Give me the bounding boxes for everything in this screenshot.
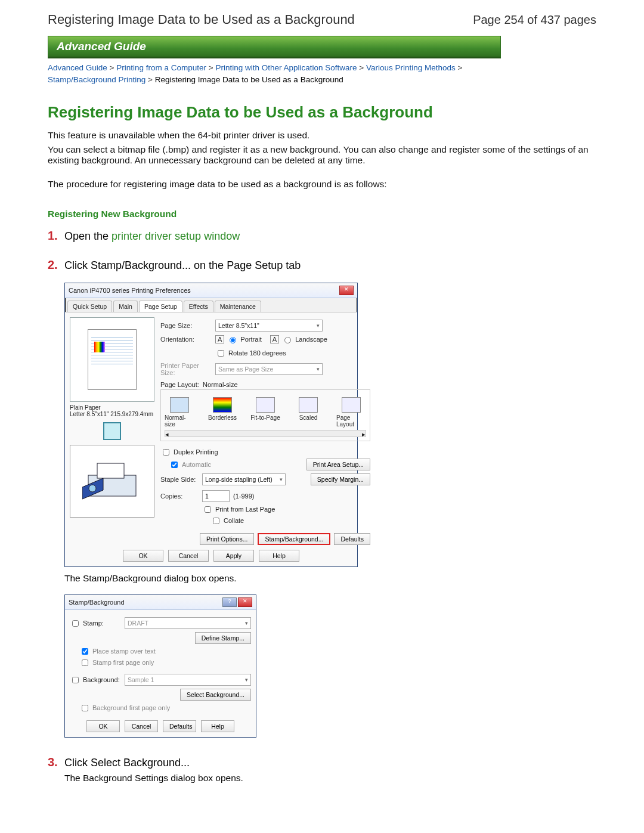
advanced-guide-banner: Advanced Guide xyxy=(48,36,501,58)
printer-illustration xyxy=(70,445,154,518)
portrait-icon: A xyxy=(215,335,224,343)
print-options-button[interactable]: Print Options... xyxy=(200,533,254,545)
paper-caption: Plain Paper Letter 8.5"x11" 215.9x279.4m… xyxy=(70,404,154,417)
layout-normal[interactable]: Normal-size xyxy=(165,397,194,428)
page-layout-value: Normal-size xyxy=(203,381,238,388)
step-text: Open the xyxy=(64,230,112,242)
printer-driver-link[interactable]: printer driver setup window xyxy=(112,230,240,242)
rotate-checkbox[interactable]: Rotate 180 degrees xyxy=(215,348,286,358)
printing-preferences-dialog: Canon iP4700 series Printing Preferences… xyxy=(64,283,358,567)
define-stamp-button[interactable]: Define Stamp... xyxy=(195,632,251,644)
paragraph: This feature is unavailable when the 64-… xyxy=(48,130,596,141)
breadcrumb: Advanced Guide > Printing from a Compute… xyxy=(48,62,596,86)
page-size-label: Page Size: xyxy=(160,322,215,329)
step-number: 2. xyxy=(48,258,64,272)
place-over-checkbox[interactable]: Place stamp over text xyxy=(79,646,251,657)
print-last-checkbox[interactable]: Print from Last Page xyxy=(202,504,370,515)
crumb-sep: > xyxy=(110,63,117,72)
orientation-label: Orientation: xyxy=(160,336,215,343)
ok-button[interactable]: OK xyxy=(86,720,120,732)
paragraph: The procedure for registering image data… xyxy=(48,179,596,190)
step-2: 2. Click Stamp/Background... on the Page… xyxy=(48,258,596,272)
automatic-checkbox[interactable]: Automatic xyxy=(169,460,211,470)
stamp-background-dialog: Stamp/Background ? ✕ Stamp: DRAFT Define… xyxy=(64,594,256,738)
page-layout-label: Page Layout: xyxy=(160,381,199,388)
duplex-checkbox[interactable]: Duplex Printing xyxy=(160,447,370,457)
cancel-button[interactable]: Cancel xyxy=(168,550,209,562)
sub-heading: Registering New Background xyxy=(48,209,596,219)
defaults-button[interactable]: Defaults xyxy=(163,720,196,732)
defaults-button[interactable]: Defaults xyxy=(334,533,370,545)
page-size-select[interactable]: Letter 8.5"x11" xyxy=(215,320,323,332)
crumb-sep: > xyxy=(359,63,366,72)
layout-scaled[interactable]: Scaled xyxy=(293,397,323,428)
portrait-radio[interactable]: Portrait xyxy=(227,335,261,343)
crumb-printing-computer[interactable]: Printing from a Computer xyxy=(116,63,206,72)
cancel-button[interactable]: Cancel xyxy=(125,720,158,732)
step-text: Click Stamp/Background... on the Page Se… xyxy=(64,259,301,272)
ok-button[interactable]: OK xyxy=(123,550,163,562)
select-background-button[interactable]: Select Background... xyxy=(180,689,251,701)
tab-effects[interactable]: Effects xyxy=(184,301,213,312)
step-number: 3. xyxy=(48,755,64,769)
cube-icon xyxy=(103,422,121,440)
background-select[interactable]: Sample 1 xyxy=(125,674,251,686)
copies-range: (1-999) xyxy=(233,493,254,500)
page-preview xyxy=(70,317,154,402)
rainbow-icon xyxy=(94,342,105,352)
copies-input[interactable] xyxy=(202,490,230,502)
svg-point-3 xyxy=(89,485,96,492)
step-3: 3. Click Select Background... xyxy=(48,755,596,769)
dialog-title: Canon iP4700 series Printing Preferences xyxy=(69,287,191,294)
page-title: Registering Image Data to be Used as a B… xyxy=(48,12,355,27)
collate-checkbox[interactable]: Collate xyxy=(210,516,370,526)
paragraph: You can select a bitmap file (.bmp) and … xyxy=(48,144,596,166)
layout-borderless[interactable]: Borderless xyxy=(208,397,237,428)
apply-button[interactable]: Apply xyxy=(213,550,254,562)
close-icon[interactable]: ✕ xyxy=(339,286,354,295)
layout-fit[interactable]: Fit-to-Page xyxy=(250,397,280,428)
crumb-advanced-guide[interactable]: Advanced Guide xyxy=(48,63,107,72)
heading: Registering Image Data to be Used as a B… xyxy=(48,103,596,122)
crumb-current: Registering Image Data to be Used as a B… xyxy=(155,75,343,84)
crumb-stamp-bg[interactable]: Stamp/Background Printing xyxy=(48,75,145,84)
tab-quick-setup[interactable]: Quick Setup xyxy=(67,301,112,312)
crumb-sep: > xyxy=(458,63,463,72)
tab-maintenance[interactable]: Maintenance xyxy=(215,301,261,312)
layout-pagelayout[interactable]: Page Layout xyxy=(336,397,366,428)
stamp-select[interactable]: DRAFT xyxy=(125,617,251,629)
landscape-icon: A xyxy=(270,335,279,343)
dialog-title: Stamp/Background xyxy=(69,599,125,606)
stamp-background-button[interactable]: Stamp/Background... xyxy=(258,533,330,545)
tab-page-setup[interactable]: Page Setup xyxy=(139,301,182,312)
help-icon[interactable]: ? xyxy=(222,597,237,607)
step-text: Click Select Background... xyxy=(64,757,190,769)
help-button[interactable]: Help xyxy=(259,550,299,562)
printer-paper-size-label: Printer Paper Size: xyxy=(160,362,215,376)
landscape-radio[interactable]: Landscape xyxy=(281,335,327,343)
print-area-setup-button[interactable]: Print Area Setup... xyxy=(306,459,370,470)
tab-main[interactable]: Main xyxy=(113,301,138,312)
stamp-checkbox[interactable]: Stamp: xyxy=(70,618,125,628)
staple-side-label: Staple Side: xyxy=(160,476,202,483)
printer-paper-size-select[interactable]: Same as Page Size xyxy=(215,363,323,375)
stamp-first-checkbox[interactable]: Stamp first page only xyxy=(79,658,251,668)
bg-first-checkbox[interactable]: Background first page only xyxy=(79,703,251,713)
specify-margin-button[interactable]: Specify Margin... xyxy=(311,473,370,485)
staple-side-select[interactable]: Long-side stapling (Left) xyxy=(202,473,286,485)
background-checkbox[interactable]: Background: xyxy=(70,675,125,685)
step-number: 1. xyxy=(48,229,64,243)
close-icon[interactable]: ✕ xyxy=(238,597,252,607)
crumb-sep: > xyxy=(148,75,155,84)
crumb-other-app[interactable]: Printing with Other Application Software xyxy=(215,63,357,72)
help-button[interactable]: Help xyxy=(201,720,234,732)
svg-rect-1 xyxy=(97,463,124,478)
header-row: Registering Image Data to be Used as a B… xyxy=(48,12,596,27)
copies-label: Copies: xyxy=(160,493,202,500)
page-number: Page 254 of 437 pages xyxy=(473,13,596,27)
step-after-text: The Background Settings dialog box opens… xyxy=(64,773,596,784)
crumb-methods[interactable]: Various Printing Methods xyxy=(366,63,456,72)
tab-strip: Quick Setup Main Page Setup Effects Main… xyxy=(65,298,357,312)
crumb-sep: > xyxy=(209,63,216,72)
step-after-text: The Stamp/Background dialog box opens. xyxy=(64,573,596,584)
